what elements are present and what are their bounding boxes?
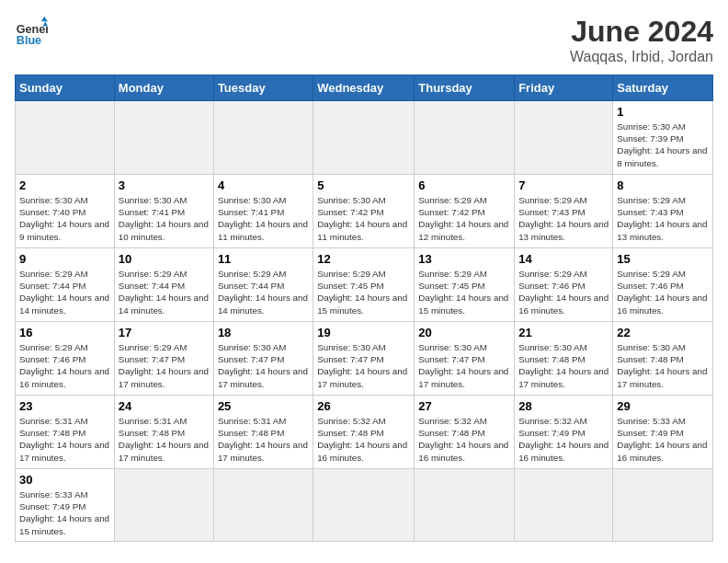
calendar-cell	[515, 469, 613, 542]
header: General Blue June 2024 Waqqas, Irbid, Jo…	[15, 15, 713, 65]
day-info: Sunrise: 5:29 AMSunset: 7:43 PMDaylight:…	[617, 194, 709, 243]
day-info: Sunrise: 5:30 AMSunset: 7:42 PMDaylight:…	[317, 194, 410, 243]
day-info: Sunrise: 5:30 AMSunset: 7:48 PMDaylight:…	[518, 341, 609, 390]
day-number: 3	[119, 178, 210, 192]
calendar-cell: 6Sunrise: 5:29 AMSunset: 7:42 PMDaylight…	[415, 175, 515, 248]
title-block: June 2024 Waqqas, Irbid, Jordan	[570, 15, 713, 65]
day-info: Sunrise: 5:29 AMSunset: 7:44 PMDaylight:…	[119, 268, 210, 316]
day-info: Sunrise: 5:31 AMSunset: 7:48 PMDaylight:…	[19, 415, 110, 464]
calendar-cell	[114, 101, 213, 175]
calendar-cell: 22Sunrise: 5:30 AMSunset: 7:48 PMDayligh…	[613, 322, 713, 396]
day-info: Sunrise: 5:29 AMSunset: 7:47 PMDaylight:…	[119, 341, 210, 390]
day-info: Sunrise: 5:29 AMSunset: 7:45 PMDaylight:…	[317, 268, 410, 316]
day-info: Sunrise: 5:30 AMSunset: 7:47 PMDaylight:…	[218, 341, 309, 390]
day-number: 2	[19, 178, 110, 192]
day-info: Sunrise: 5:29 AMSunset: 7:46 PMDaylight:…	[518, 268, 609, 316]
calendar-cell: 18Sunrise: 5:30 AMSunset: 7:47 PMDayligh…	[213, 322, 313, 396]
location-title: Waqqas, Irbid, Jordan	[570, 49, 713, 65]
calendar-cell: 14Sunrise: 5:29 AMSunset: 7:46 PMDayligh…	[515, 248, 613, 322]
day-info: Sunrise: 5:30 AMSunset: 7:47 PMDaylight:…	[418, 341, 510, 390]
calendar-cell: 30Sunrise: 5:33 AMSunset: 7:49 PMDayligh…	[16, 469, 115, 542]
calendar-cell: 27Sunrise: 5:32 AMSunset: 7:48 PMDayligh…	[415, 396, 515, 469]
day-number: 20	[418, 326, 510, 339]
day-info: Sunrise: 5:29 AMSunset: 7:43 PMDaylight:…	[518, 194, 609, 243]
day-info: Sunrise: 5:29 AMSunset: 7:46 PMDaylight:…	[617, 268, 709, 316]
day-number: 30	[19, 473, 110, 487]
day-info: Sunrise: 5:33 AMSunset: 7:49 PMDaylight:…	[19, 488, 110, 537]
day-number: 25	[218, 399, 309, 413]
day-number: 27	[418, 399, 510, 413]
svg-text:Blue: Blue	[17, 34, 41, 47]
day-number: 1	[617, 105, 709, 119]
day-number: 4	[218, 178, 309, 192]
day-info: Sunrise: 5:32 AMSunset: 7:48 PMDaylight:…	[317, 415, 410, 464]
week-row-0: 1Sunrise: 5:30 AMSunset: 7:39 PMDaylight…	[16, 101, 713, 175]
day-number: 9	[19, 252, 110, 266]
calendar-cell: 2Sunrise: 5:30 AMSunset: 7:40 PMDaylight…	[16, 175, 115, 248]
logo-icon: General Blue	[15, 15, 48, 48]
calendar-cell: 24Sunrise: 5:31 AMSunset: 7:48 PMDayligh…	[114, 396, 213, 469]
logo: General Blue	[15, 15, 48, 48]
calendar-cell: 8Sunrise: 5:29 AMSunset: 7:43 PMDaylight…	[613, 175, 713, 248]
day-info: Sunrise: 5:29 AMSunset: 7:44 PMDaylight:…	[19, 268, 110, 316]
day-info: Sunrise: 5:32 AMSunset: 7:49 PMDaylight:…	[518, 415, 609, 464]
calendar-cell	[16, 101, 115, 175]
calendar-cell: 15Sunrise: 5:29 AMSunset: 7:46 PMDayligh…	[613, 248, 713, 322]
weekday-header-monday: Monday	[114, 75, 213, 101]
day-number: 18	[218, 326, 309, 339]
calendar-cell	[313, 101, 415, 175]
day-number: 15	[617, 252, 709, 266]
day-number: 28	[518, 399, 609, 413]
calendar-cell	[515, 101, 613, 175]
day-info: Sunrise: 5:33 AMSunset: 7:49 PMDaylight:…	[617, 415, 709, 464]
calendar-cell: 16Sunrise: 5:29 AMSunset: 7:46 PMDayligh…	[16, 322, 115, 396]
weekday-header-thursday: Thursday	[415, 75, 515, 101]
day-info: Sunrise: 5:31 AMSunset: 7:48 PMDaylight:…	[218, 415, 309, 464]
calendar-cell: 29Sunrise: 5:33 AMSunset: 7:49 PMDayligh…	[613, 396, 713, 469]
calendar-cell: 20Sunrise: 5:30 AMSunset: 7:47 PMDayligh…	[415, 322, 515, 396]
day-number: 5	[317, 178, 410, 192]
day-number: 22	[617, 326, 709, 339]
weekday-header-saturday: Saturday	[613, 75, 713, 101]
calendar-cell	[213, 469, 313, 542]
weekday-header-row: SundayMondayTuesdayWednesdayThursdayFrid…	[16, 75, 713, 101]
day-info: Sunrise: 5:30 AMSunset: 7:39 PMDaylight:…	[617, 121, 709, 169]
calendar-cell: 11Sunrise: 5:29 AMSunset: 7:44 PMDayligh…	[213, 248, 313, 322]
calendar-cell: 23Sunrise: 5:31 AMSunset: 7:48 PMDayligh…	[16, 396, 115, 469]
week-row-5: 30Sunrise: 5:33 AMSunset: 7:49 PMDayligh…	[16, 469, 713, 542]
calendar-cell: 10Sunrise: 5:29 AMSunset: 7:44 PMDayligh…	[114, 248, 213, 322]
day-info: Sunrise: 5:30 AMSunset: 7:41 PMDaylight:…	[218, 194, 309, 243]
calendar-cell	[415, 101, 515, 175]
calendar-cell: 13Sunrise: 5:29 AMSunset: 7:45 PMDayligh…	[415, 248, 515, 322]
week-row-3: 16Sunrise: 5:29 AMSunset: 7:46 PMDayligh…	[16, 322, 713, 396]
calendar-cell: 12Sunrise: 5:29 AMSunset: 7:45 PMDayligh…	[313, 248, 415, 322]
calendar-cell: 17Sunrise: 5:29 AMSunset: 7:47 PMDayligh…	[114, 322, 213, 396]
day-number: 21	[518, 326, 609, 339]
month-title: June 2024	[570, 15, 713, 49]
day-info: Sunrise: 5:30 AMSunset: 7:47 PMDaylight:…	[317, 341, 410, 390]
day-number: 12	[317, 252, 410, 266]
day-info: Sunrise: 5:32 AMSunset: 7:48 PMDaylight:…	[418, 415, 510, 464]
calendar-cell: 4Sunrise: 5:30 AMSunset: 7:41 PMDaylight…	[213, 175, 313, 248]
day-number: 14	[518, 252, 609, 266]
day-number: 8	[617, 178, 709, 192]
day-number: 24	[119, 399, 210, 413]
day-number: 16	[19, 326, 110, 339]
calendar-table: SundayMondayTuesdayWednesdayThursdayFrid…	[15, 75, 713, 542]
day-number: 19	[317, 326, 410, 339]
day-info: Sunrise: 5:29 AMSunset: 7:45 PMDaylight:…	[418, 268, 510, 316]
calendar-cell: 21Sunrise: 5:30 AMSunset: 7:48 PMDayligh…	[515, 322, 613, 396]
day-number: 7	[518, 178, 609, 192]
weekday-header-sunday: Sunday	[16, 75, 115, 101]
day-number: 13	[418, 252, 510, 266]
day-number: 26	[317, 399, 410, 413]
day-number: 10	[119, 252, 210, 266]
calendar-cell	[415, 469, 515, 542]
day-info: Sunrise: 5:30 AMSunset: 7:40 PMDaylight:…	[19, 194, 110, 243]
day-info: Sunrise: 5:29 AMSunset: 7:44 PMDaylight:…	[218, 268, 309, 316]
weekday-header-friday: Friday	[515, 75, 613, 101]
day-info: Sunrise: 5:30 AMSunset: 7:41 PMDaylight:…	[119, 194, 210, 243]
calendar-cell: 7Sunrise: 5:29 AMSunset: 7:43 PMDaylight…	[515, 175, 613, 248]
day-number: 29	[617, 399, 709, 413]
weekday-header-tuesday: Tuesday	[213, 75, 313, 101]
